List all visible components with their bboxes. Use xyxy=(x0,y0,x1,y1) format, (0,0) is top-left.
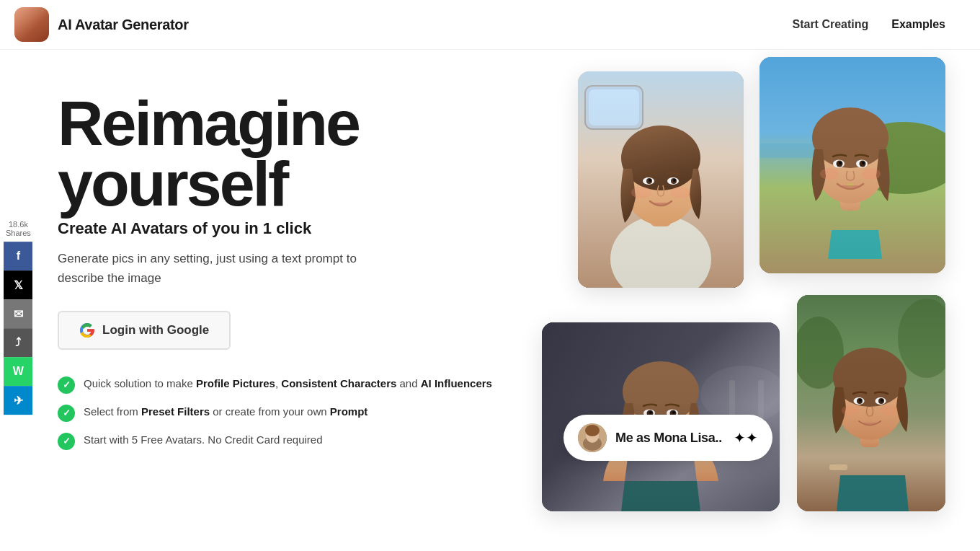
svg-point-29 xyxy=(862,168,881,180)
svg-point-28 xyxy=(820,168,839,180)
google-button-label: Login with Google xyxy=(102,323,209,338)
svg-point-41 xyxy=(649,411,652,414)
svg-point-13 xyxy=(631,187,651,198)
feature-item-1: Quick solution to make Profile Pictures,… xyxy=(58,376,499,394)
svg-rect-48 xyxy=(829,464,847,470)
share-icon: ⤴ xyxy=(15,336,21,349)
svg-point-58 xyxy=(842,405,859,415)
svg-point-63 xyxy=(585,425,600,436)
nav-start-creating[interactable]: Start Creating xyxy=(792,18,868,31)
google-logo-icon xyxy=(79,322,95,338)
prompt-text: Me as Mona Lisa.. xyxy=(615,431,722,446)
nav-links: Start Creating Examples xyxy=(792,18,945,31)
feature-text-2: Select from Preset Filters or create fro… xyxy=(84,404,368,419)
feature-list: Quick solution to make Profile Pictures,… xyxy=(58,376,499,450)
prompt-bubble: Me as Mona Lisa.. ✦✦ xyxy=(564,415,772,461)
feature-item-2: Select from Preset Filters or create fro… xyxy=(58,404,499,422)
facebook-share-button[interactable]: f xyxy=(4,242,32,270)
avatar-image-plane xyxy=(578,71,744,288)
email-icon: ✉ xyxy=(14,307,23,321)
svg-point-59 xyxy=(881,405,898,415)
feature-text-3: Start with 5 Free Avatars. No Credit Car… xyxy=(84,432,323,447)
brand-title: AI Avatar Generator xyxy=(58,17,189,33)
sparkle-icon: ✦✦ xyxy=(734,429,758,446)
twitter-icon: 𝕏 xyxy=(14,278,23,292)
email-share-button[interactable]: ✉ xyxy=(4,299,32,328)
hero-description: Generate pics in any setting, just using… xyxy=(58,250,404,288)
svg-point-27 xyxy=(862,162,865,164)
share-count: 18.6k Shares xyxy=(0,216,37,242)
brand-logo xyxy=(14,7,49,42)
share-count-number: 18.6k xyxy=(6,220,31,229)
share-count-label: Shares xyxy=(6,229,31,237)
feature-item-3: Start with 5 Free Avatars. No Credit Car… xyxy=(58,432,499,450)
telegram-icon: ✈ xyxy=(14,394,23,407)
hero-right: Me as Mona Lisa.. ✦✦ xyxy=(542,64,945,511)
svg-point-42 xyxy=(672,411,675,414)
svg-point-14 xyxy=(670,187,690,198)
brand-logo-inner xyxy=(14,7,49,42)
telegram-share-button[interactable]: ✈ xyxy=(4,386,32,415)
brand: AI Avatar Generator xyxy=(14,7,189,42)
hero-left: Reimagine yourself Create AI Avatars of … xyxy=(58,79,499,450)
svg-rect-2 xyxy=(589,89,639,125)
prompt-avatar xyxy=(578,423,607,452)
facebook-icon: f xyxy=(17,250,20,263)
svg-point-57 xyxy=(881,399,883,402)
whatsapp-share-button[interactable]: W xyxy=(4,357,32,386)
hero-title-line2: yourself xyxy=(58,148,287,219)
svg-point-11 xyxy=(649,179,651,182)
portrait-beach xyxy=(760,57,945,273)
generic-share-button[interactable]: ⤴ xyxy=(4,328,32,357)
twitter-share-button[interactable]: 𝕏 xyxy=(4,270,32,299)
hero-title: Reimagine yourself xyxy=(58,93,499,213)
check-icon-1 xyxy=(58,376,75,394)
avatar-image-beach xyxy=(760,57,945,273)
main-content: Reimagine yourself Create AI Avatars of … xyxy=(0,50,980,551)
check-icon-3 xyxy=(58,433,75,450)
svg-point-26 xyxy=(839,162,842,164)
svg-point-12 xyxy=(673,179,676,182)
portrait-plane xyxy=(578,71,744,288)
svg-point-56 xyxy=(859,399,862,402)
whatsapp-icon: W xyxy=(13,365,24,378)
login-with-google-button[interactable]: Login with Google xyxy=(58,311,231,350)
check-icon-2 xyxy=(58,405,75,422)
hero-subtitle: Create AI Avatars of you in 1 click xyxy=(58,219,499,238)
portrait-outdoor xyxy=(797,295,945,511)
avatar-image-outdoor xyxy=(797,295,945,511)
feature-text-1: Quick solution to make Profile Pictures,… xyxy=(84,376,492,391)
navbar: AI Avatar Generator Start Creating Examp… xyxy=(0,0,980,50)
sidebar-social: 18.6k Shares f 𝕏 ✉ ⤴ W ✈ xyxy=(0,216,37,415)
nav-examples[interactable]: Examples xyxy=(891,18,945,31)
